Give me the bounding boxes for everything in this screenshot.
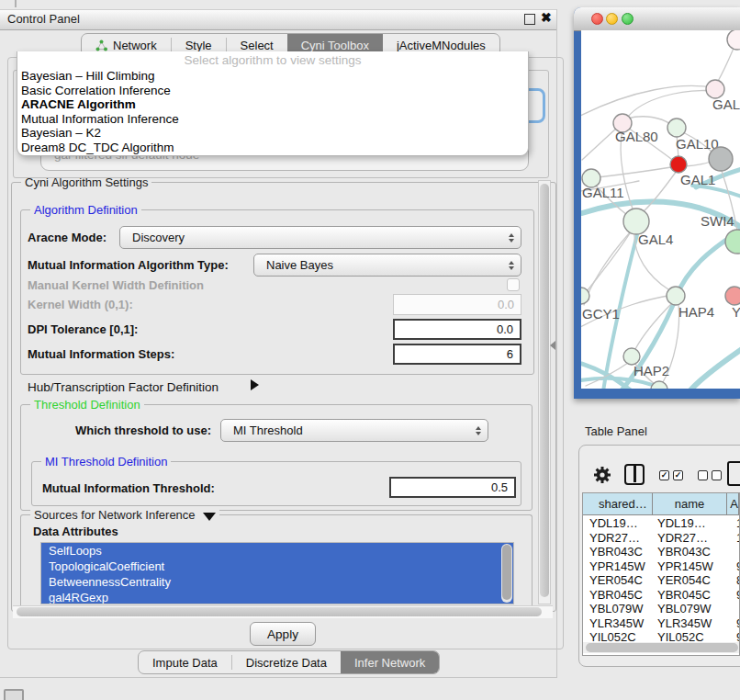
- page-icon[interactable]: [727, 461, 740, 486]
- mi-algorithm-type-value: Naive Bayes: [266, 258, 333, 272]
- tab-label: Cyni Toolbox: [301, 39, 369, 52]
- split-pane-divider-handle[interactable]: [550, 341, 555, 350]
- network-node-gal1[interactable]: [670, 156, 687, 173]
- manual-kernel-width-checkbox[interactable]: [507, 278, 520, 291]
- scrollbar-thumb[interactable]: [586, 643, 738, 652]
- table-row[interactable]: YBL079WYBL079W: [583, 602, 740, 616]
- table-cell: YLR345W: [654, 616, 734, 631]
- deselect-all-checkbox-icon[interactable]: [712, 470, 722, 480]
- column-header-shared[interactable]: shared…: [583, 493, 653, 514]
- algorithm-option-mutual-information[interactable]: Mutual Information Inference: [17, 112, 528, 127]
- table-header: shared… name A: [583, 493, 739, 515]
- network-edge[interactable]: [582, 128, 617, 160]
- scrollbar-thumb[interactable]: [540, 184, 549, 597]
- network-node-unlabeled[interactable]: [709, 147, 733, 171]
- network-node-y[interactable]: [725, 287, 740, 305]
- column-header-name[interactable]: name: [653, 493, 728, 514]
- table-cell: YBL079W: [583, 602, 654, 616]
- sources-legend[interactable]: Sources for Network Inference: [30, 508, 219, 523]
- table-row[interactable]: YBR045CYBR045C9.: [583, 588, 740, 603]
- table-cell: YBR043C: [583, 545, 654, 559]
- network-icon: [95, 40, 107, 51]
- tab-label: Infer Network: [354, 656, 425, 670]
- select-all-checkbox-icon[interactable]: ✓: [673, 470, 683, 480]
- algorithm-option-dream8[interactable]: Dream8 DC_TDC Algorithm: [17, 141, 528, 155]
- which-threshold-select[interactable]: MI Threshold: [220, 419, 488, 442]
- column-header-extra[interactable]: A: [727, 493, 739, 514]
- node-label-gal11: GAL11: [582, 185, 624, 200]
- table-cell: YBR043C: [654, 545, 734, 559]
- scrollbar-thumb[interactable]: [502, 545, 511, 600]
- dpi-tolerance-field[interactable]: 0.0: [393, 319, 521, 340]
- network-node-gal[interactable]: [706, 80, 724, 98]
- window-close-button[interactable]: [591, 13, 603, 25]
- table-horizontal-scrollbar[interactable]: [583, 642, 739, 653]
- columns-icon[interactable]: [624, 464, 645, 485]
- node-label-y: Y: [732, 304, 740, 320]
- network-node-hap4[interactable]: [667, 287, 685, 305]
- settings-vertical-scrollbar[interactable]: [538, 180, 551, 604]
- which-threshold-value: MI Threshold: [233, 423, 303, 437]
- attribute-item[interactable]: BetweennessCentrality: [41, 574, 513, 590]
- aracne-mode-select[interactable]: Discovery: [119, 226, 521, 249]
- network-edge[interactable]: [643, 171, 677, 212]
- attribute-item[interactable]: SelfLoops: [41, 543, 513, 559]
- network-node-gal4[interactable]: [623, 209, 649, 234]
- table-row[interactable]: YDL19…YDL19…13: [583, 516, 740, 531]
- float-panel-icon[interactable]: [524, 14, 535, 25]
- network-canvas[interactable]: GALGAL80GAL10GAL1GAL11GAL4SWI4GCY1HAP4YH…: [581, 30, 740, 389]
- table-row[interactable]: YDR27…YDR27…12: [583, 531, 740, 546]
- network-node-gal10[interactable]: [667, 119, 686, 137]
- apply-button[interactable]: Apply: [250, 622, 316, 646]
- algorithm-option-basic-correlation[interactable]: Basic Correlation Inference: [17, 84, 528, 98]
- node-label-gal10: GAL10: [676, 136, 719, 152]
- mi-steps-field[interactable]: 6: [393, 344, 521, 365]
- attributes-scrollbar[interactable]: [501, 544, 512, 603]
- window-zoom-button[interactable]: [622, 13, 633, 25]
- network-edge[interactable]: [690, 349, 740, 389]
- network-edge[interactable]: [685, 162, 711, 166]
- network-node-unlabeled[interactable]: [651, 381, 667, 389]
- table-row[interactable]: YLR345WYLR345W9.: [583, 616, 740, 631]
- table-viewport: shared… name A YDL19…YDL19…13YDR27…YDR27…: [582, 492, 740, 656]
- table-row[interactable]: YBR043CYBR043C: [583, 545, 740, 559]
- settings-horizontal-scrollbar[interactable]: [13, 605, 553, 618]
- table-cell: [734, 545, 740, 559]
- kernel-width-field[interactable]: 0.0: [393, 294, 521, 315]
- table-row[interactable]: YPR145WYPR145W9.: [583, 559, 740, 574]
- tab-impute-data[interactable]: Impute Data: [139, 651, 231, 673]
- scrollbar-thumb[interactable]: [17, 607, 542, 616]
- algorithm-option-aracne[interactable]: ARACNE Algorithm: [17, 97, 528, 112]
- node-label-hap4: HAP4: [678, 304, 714, 320]
- network-edge[interactable]: [598, 167, 671, 177]
- gear-icon[interactable]: [593, 466, 611, 488]
- tab-infer-network[interactable]: Infer Network: [341, 651, 439, 673]
- sources-collapse-icon[interactable]: [203, 513, 216, 521]
- hub-expand-icon[interactable]: [251, 379, 259, 390]
- mi-algorithm-type-select[interactable]: Naive Bayes: [253, 254, 521, 277]
- network-node-swi4[interactable]: [725, 230, 740, 254]
- table-row[interactable]: YER054CYER054C8.: [583, 573, 740, 588]
- algorithm-option-bayesian-k2[interactable]: Bayesian – K2: [17, 126, 528, 141]
- hub-definition-label[interactable]: Hub/Transcription Factor Definition: [28, 380, 219, 394]
- tab-label: Impute Data: [152, 656, 218, 670]
- close-panel-icon[interactable]: ✖: [541, 10, 552, 25]
- data-attributes-list[interactable]: SelfLoopsTopologicalCoefficientBetweenne…: [40, 542, 514, 604]
- network-edge[interactable]: [628, 91, 715, 117]
- node-label-gal4: GAL4: [638, 231, 673, 247]
- algorithm-option-bayesian-hill-climbing[interactable]: Bayesian – Hill Climbing: [17, 69, 528, 84]
- tab-discretize-data[interactable]: Discretize Data: [232, 651, 341, 673]
- attribute-item[interactable]: gal4RGexp: [41, 590, 513, 604]
- control-panel-titlebar[interactable]: [0, 9, 556, 30]
- mini-panel-button[interactable]: [4, 689, 24, 700]
- deselect-all-checkbox-icon[interactable]: [698, 470, 708, 480]
- window-minimize-button[interactable]: [606, 13, 618, 25]
- attribute-item[interactable]: TopologicalCoefficient: [41, 559, 513, 574]
- network-edge[interactable]: [627, 117, 670, 124]
- network-node-unlabeled[interactable]: [727, 30, 740, 50]
- node-label-swi4: SWI4: [701, 213, 734, 229]
- select-all-checkbox-icon[interactable]: ✓: [659, 470, 669, 480]
- table-cell: 9.: [734, 559, 740, 574]
- network-canvas-svg: GALGAL80GAL10GAL1GAL11GAL4SWI4GCY1HAP4YH…: [581, 30, 740, 389]
- mi-threshold-field[interactable]: 0.5: [389, 477, 516, 498]
